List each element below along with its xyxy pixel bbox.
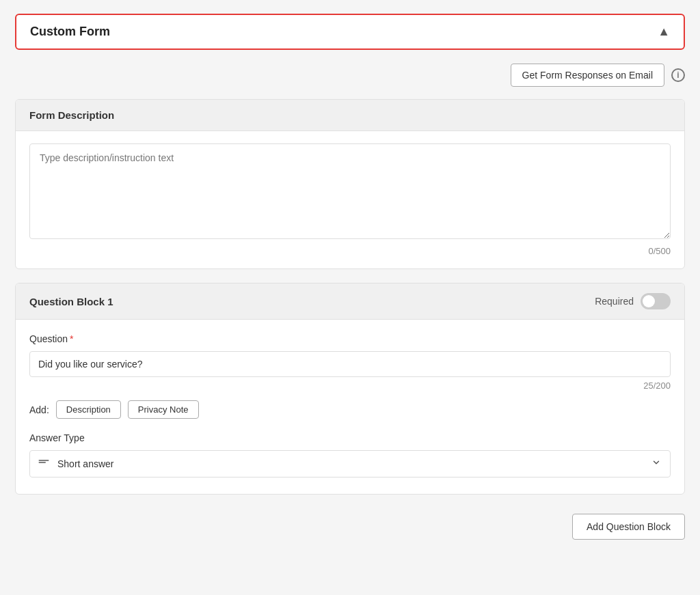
chevron-up-icon[interactable]: ▲ (658, 25, 670, 39)
required-row: Required (595, 293, 671, 309)
add-description-button[interactable]: Description (56, 400, 121, 419)
question-block-title: Question Block 1 (29, 296, 113, 307)
custom-form-title: Custom Form (30, 25, 110, 39)
add-question-block-button[interactable]: Add Question Block (572, 514, 685, 540)
custom-form-header: Custom Form ▲ (15, 14, 685, 50)
add-privacy-note-button[interactable]: Privacy Note (128, 400, 199, 419)
question-input[interactable] (29, 351, 671, 377)
add-question-row: Add Question Block (15, 508, 685, 540)
email-response-row: Get Form Responses on Email i (15, 64, 685, 87)
question-block-body: Question* 25/200 Add: Description Privac… (16, 320, 684, 494)
question-block-header: Question Block 1 Required (16, 283, 684, 320)
question-field-label: Question* (29, 333, 671, 344)
get-email-button[interactable]: Get Form Responses on Email (511, 64, 664, 87)
info-icon[interactable]: i (671, 68, 685, 82)
form-description-header: Form Description (16, 100, 684, 131)
answer-type-select[interactable]: Short answer Long answer Multiple choice… (29, 450, 671, 478)
form-description-section: Form Description 0/500 (15, 99, 685, 269)
question-char-count: 25/200 (29, 380, 671, 391)
required-star: * (70, 333, 73, 344)
required-label: Required (595, 296, 634, 307)
required-toggle[interactable] (641, 293, 671, 309)
toggle-slider (641, 293, 671, 309)
description-textarea[interactable] (29, 143, 671, 239)
add-tags-row: Add: Description Privacy Note (29, 400, 671, 419)
question-block-1: Question Block 1 Required Question* 25/2… (15, 283, 685, 495)
form-description-body: 0/500 (16, 131, 684, 268)
add-label: Add: (29, 404, 49, 415)
answer-type-label: Answer Type (29, 432, 671, 443)
answer-type-select-wrapper: Short answer Long answer Multiple choice… (29, 450, 671, 478)
description-char-count: 0/500 (29, 246, 671, 256)
